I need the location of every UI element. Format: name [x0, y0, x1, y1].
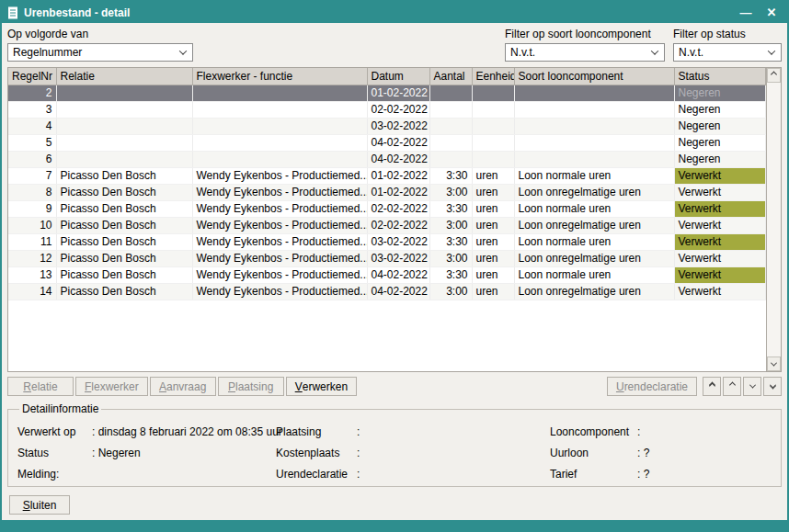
cell-aantal: 3:00 — [429, 184, 472, 200]
scrollbar-down-icon[interactable] — [767, 357, 781, 371]
table-row[interactable]: 9Picasso Den BoschWendy Eykenbos - Produ… — [8, 200, 766, 217]
chevron-down-icon — [651, 47, 658, 54]
detail-label: Kostenplaats — [276, 447, 357, 459]
column-header[interactable]: Soort looncomponent — [514, 68, 674, 85]
cell-relatie — [56, 101, 192, 118]
detail-value: : — [357, 468, 550, 481]
detail-value: : ? — [637, 447, 772, 459]
minimize-icon[interactable]: — — [736, 2, 756, 23]
column-header[interactable]: RegelNr — [8, 68, 56, 85]
cell-datum: 04-02-2022 — [367, 283, 429, 300]
cell-looncomponent — [514, 118, 674, 134]
scrollbar-track[interactable] — [767, 83, 781, 357]
table-row[interactable]: 13Picasso Den BoschWendy Eykenbos - Prod… — [8, 266, 766, 283]
table-row[interactable]: 403-02-2022Negeren — [8, 118, 766, 134]
dialog-urenbestand-detail: Urenbestand - detail — ✕ Op volgorde van… — [0, 0, 789, 532]
detail-label: Status — [17, 447, 92, 459]
table-row[interactable]: 504-02-2022Negeren — [8, 134, 766, 151]
table-row[interactable]: 10Picasso Den BoschWendy Eykenbos - Prod… — [8, 217, 766, 233]
table-row[interactable]: 12Picasso Den BoschWendy Eykenbos - Prod… — [8, 250, 766, 266]
relatie-button[interactable]: Relatie — [7, 377, 74, 396]
cell-flexwerker: Wendy Eykenbos - Productiemed... — [192, 266, 367, 283]
detail-value: : Negeren — [92, 447, 276, 459]
cell-eenheid: uren — [472, 200, 514, 217]
detail-value: : dinsdag 8 februari 2022 om 08:35 uur — [92, 425, 276, 438]
cell-datum: 02-02-2022 — [367, 101, 429, 118]
detail-label: Plaatsing — [276, 425, 357, 438]
plaatsing-button[interactable]: Plaatsing — [218, 377, 284, 396]
cell-relatie: Picasso Den Bosch — [56, 283, 192, 300]
cell-flexwerker: Wendy Eykenbos - Productiemed... — [192, 184, 367, 200]
cell-relatie — [56, 151, 192, 167]
cell-aantal: 3:30 — [429, 200, 472, 217]
cell-flexwerker: Wendy Eykenbos - Productiemed... — [192, 217, 367, 233]
table-row[interactable]: 11Picasso Den BoschWendy Eykenbos - Prod… — [8, 233, 766, 250]
cell-datum: 01-02-2022 — [367, 85, 429, 101]
cell-relatie: Picasso Den Bosch — [56, 167, 192, 184]
cell-relatie: Picasso Den Bosch — [56, 233, 192, 250]
cell-looncomponent: Loon onregelmatige uren — [514, 184, 674, 200]
cell-status: Negeren — [674, 85, 766, 101]
cell-eenheid: uren — [472, 233, 514, 250]
close-icon[interactable]: ✕ — [761, 2, 782, 23]
scroll-prev-button[interactable] — [723, 377, 741, 396]
cell-relatie — [56, 85, 192, 101]
detail-label: Urendeclaratie — [276, 468, 357, 481]
double-chevron-down-icon — [771, 386, 775, 388]
status-select[interactable]: N.v.t. — [673, 43, 782, 62]
detail-label: Uurloon — [550, 447, 637, 459]
table-row[interactable]: 604-02-2022Negeren — [8, 151, 766, 167]
column-header[interactable]: Relatie — [56, 68, 192, 85]
cell-flexwerker: Wendy Eykenbos - Productiemed... — [192, 250, 367, 266]
sluiten-button[interactable]: Sluiten — [9, 495, 70, 515]
cell-datum: 03-02-2022 — [367, 233, 429, 250]
column-header[interactable]: Datum — [367, 68, 429, 85]
cell-status: Verwerkt — [674, 283, 766, 300]
status-filter: Filter op status N.v.t. — [673, 28, 782, 62]
cell-nr: 10 — [8, 217, 56, 233]
table-row[interactable]: 14Picasso Den BoschWendy Eykenbos - Prod… — [8, 283, 766, 300]
looncomponent-filter-label: Filter op soort looncomponent — [505, 28, 665, 40]
detail-value: : — [357, 447, 550, 459]
cell-status: Verwerkt — [674, 266, 766, 283]
chevron-down-icon — [749, 382, 755, 389]
cell-relatie: Picasso Den Bosch — [56, 184, 192, 200]
scrollbar-up-icon[interactable] — [767, 68, 781, 83]
cell-eenheid: uren — [472, 250, 514, 266]
flexwerker-button[interactable]: Flexwerker — [75, 377, 148, 396]
cell-datum: 02-02-2022 — [367, 217, 429, 233]
looncomponent-select[interactable]: N.v.t. — [505, 43, 665, 62]
urendeclaratie-button[interactable]: Urendeclaratie — [607, 377, 697, 396]
titlebar[interactable]: Urenbestand - detail — ✕ — [2, 2, 787, 23]
cell-nr: 13 — [8, 266, 56, 283]
column-header[interactable]: Flexwerker - functie — [192, 68, 367, 85]
cell-eenheid — [472, 134, 514, 151]
cell-datum: 02-02-2022 — [367, 200, 429, 217]
cell-status: Verwerkt — [674, 167, 766, 184]
order-select[interactable]: Regelnummer — [7, 43, 193, 62]
column-header[interactable]: Eenheid — [472, 68, 514, 85]
scroll-last-button[interactable] — [763, 377, 782, 396]
table-row[interactable]: 302-02-2022Negeren — [8, 101, 766, 118]
cell-aantal — [429, 118, 472, 134]
column-header[interactable]: Aantal — [429, 68, 472, 85]
cell-nr: 11 — [8, 233, 56, 250]
status-filter-label: Filter op status — [673, 28, 782, 40]
cell-aantal — [429, 134, 472, 151]
verwerken-button[interactable]: Verwerken — [286, 377, 357, 396]
table-row[interactable]: 8Picasso Den BoschWendy Eykenbos - Produ… — [8, 184, 766, 200]
table-row[interactable]: 201-02-2022Negeren — [8, 85, 766, 101]
cell-nr: 2 — [8, 85, 56, 101]
vertical-scrollbar[interactable] — [766, 68, 781, 371]
footer-row: Sluiten — [7, 495, 782, 520]
cell-flexwerker: Wendy Eykenbos - Productiemed... — [192, 167, 367, 184]
aanvraag-button[interactable]: Aanvraag — [150, 377, 216, 396]
column-header[interactable]: Status — [674, 68, 766, 85]
scroll-first-button[interactable] — [703, 377, 721, 396]
table-row[interactable]: 7Picasso Den BoschWendy Eykenbos - Produ… — [8, 167, 766, 184]
detail-label: Tarief — [550, 468, 637, 481]
cell-nr: 4 — [8, 118, 56, 134]
cell-aantal: 3:30 — [429, 233, 472, 250]
cell-aantal — [429, 101, 472, 118]
scroll-next-button[interactable] — [743, 377, 761, 396]
